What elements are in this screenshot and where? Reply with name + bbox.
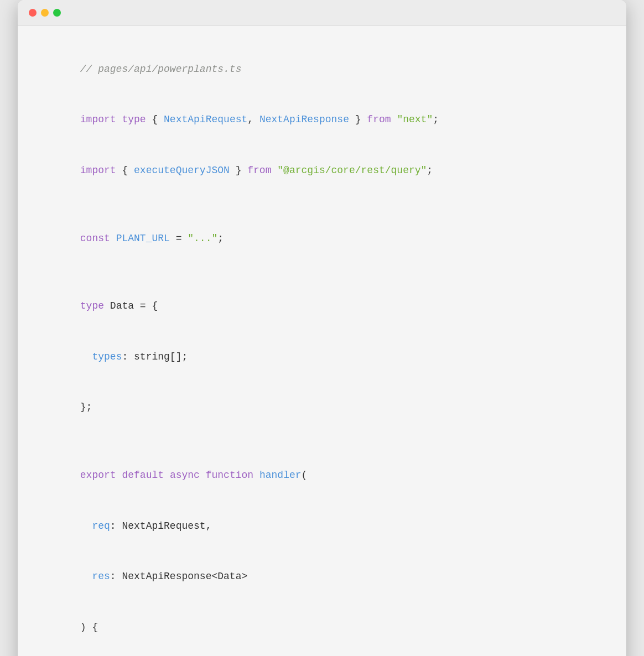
type-data-prop-line: types: string[]; [44, 331, 600, 382]
code-editor: // pages/api/powerplants.ts import type … [18, 26, 626, 656]
close-button[interactable] [29, 9, 37, 17]
import2-line: import { executeQueryJSON } from "@arcgi… [44, 145, 600, 196]
editor-window: // pages/api/powerplants.ts import type … [18, 0, 626, 656]
minimize-button[interactable] [41, 9, 49, 17]
blank-line-3 [44, 433, 600, 450]
import1-line: import type { NextApiRequest, NextApiRes… [44, 95, 600, 145]
type-data-close-line: }; [44, 382, 600, 433]
code-comment: // pages/api/powerplants.ts [44, 44, 600, 95]
blank-line-1 [44, 196, 600, 213]
maximize-button[interactable] [53, 9, 61, 17]
const-plant-url-line: const PLANT_URL = "..."; [44, 213, 600, 264]
const-query-open-line: const query = { [44, 653, 600, 656]
res-param-line: res: NextApiResponse<Data> [44, 551, 600, 602]
title-bar [18, 0, 626, 26]
type-data-open-line: type Data = { [44, 280, 600, 331]
export-function-line: export default async function handler( [44, 450, 600, 501]
req-param-line: req: NextApiRequest, [44, 501, 600, 551]
blank-line-2 [44, 264, 600, 281]
function-body-open-line: ) { [44, 602, 600, 653]
